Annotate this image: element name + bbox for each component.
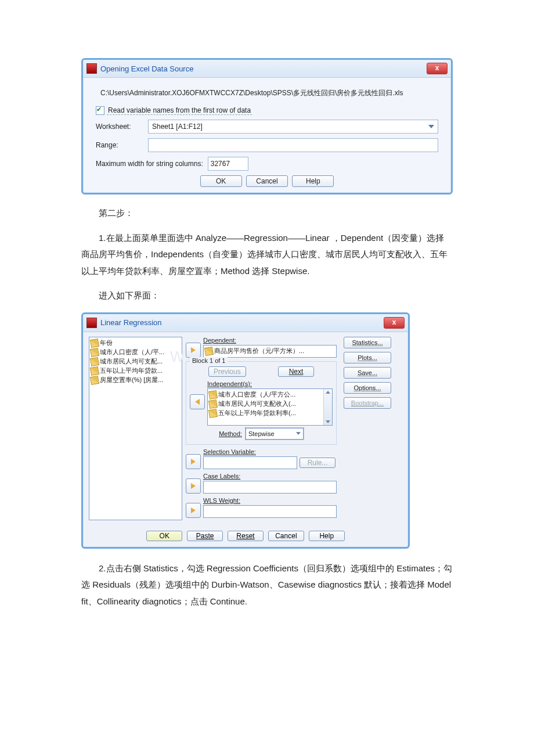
range-label: Range: [96, 141, 148, 149]
move-to-dependent-button[interactable] [186, 343, 201, 358]
move-to-selection-button[interactable] [186, 454, 201, 469]
method-label: Method: [219, 430, 242, 437]
file-path: C:\Users\Administrator.XOJ6OFMXTWCCX7Z\D… [100, 88, 438, 98]
arrow-left-icon [195, 399, 200, 405]
arrow-right-icon [191, 459, 196, 465]
var-item: 城市居民人均可支配... [91, 357, 181, 366]
ok-button[interactable]: OK [200, 175, 242, 187]
read-varnames-checkbox[interactable] [96, 106, 104, 115]
scale-icon [90, 375, 99, 384]
cancel-button[interactable]: Cancel [268, 531, 304, 541]
close-icon[interactable]: x [427, 63, 448, 74]
worksheet-value: Sheet1 [A1:F12] [152, 123, 203, 131]
scroll-down-icon [326, 420, 330, 423]
maxwidth-label: Maximum width for string columns: [96, 160, 203, 168]
scale-icon [90, 338, 99, 347]
dialog2-titlebar: Linear Regression x [83, 314, 408, 332]
wls-weight-field[interactable] [203, 505, 337, 518]
scale-icon [208, 399, 218, 408]
arrow-right-icon [191, 483, 196, 489]
chevron-down-icon [428, 125, 434, 128]
case-labels-field[interactable] [203, 481, 337, 494]
linear-regression-dialog: Linear Regression x www 年份 城市人口密度（人/平...… [81, 312, 410, 549]
selection-variable-field[interactable] [203, 456, 297, 469]
worksheet-label: Worksheet: [96, 123, 148, 131]
worksheet-dropdown[interactable]: Sheet1 [A1:F12] [148, 120, 438, 134]
plots-button[interactable]: Plots... [344, 352, 391, 363]
move-to-independents-button[interactable] [190, 394, 205, 409]
selection-variable-label: Selection Variable: [203, 448, 337, 455]
opening-excel-dialog: Opening Excel Data Source x C:\Users\Adm… [81, 58, 453, 195]
next-button[interactable]: Next [278, 366, 314, 377]
reset-button[interactable]: Reset [228, 531, 264, 541]
var-item: 年份 [91, 339, 181, 348]
paste-button[interactable]: Paste [187, 531, 223, 541]
wls-weight-label: WLS Weight: [203, 497, 337, 504]
arrow-right-icon [191, 507, 196, 513]
method-value: Stepwise [248, 430, 275, 437]
maxwidth-input[interactable]: 32767 [208, 157, 248, 171]
spss-app-icon [86, 318, 97, 328]
bootstrap-button[interactable]: Bootstrap... [344, 397, 391, 409]
scale-icon [208, 408, 218, 417]
ok-button[interactable]: OK [146, 531, 182, 541]
spss-app-icon [86, 63, 97, 74]
dependent-label: Dependent: [203, 337, 337, 344]
move-to-wls-button[interactable] [186, 503, 201, 518]
options-button[interactable]: Options... [344, 382, 391, 394]
read-varnames-label: Read variable names from the first row o… [107, 106, 252, 115]
previous-button[interactable]: Previous [208, 366, 246, 377]
arrow-right-icon [191, 347, 196, 353]
scale-icon [90, 347, 99, 357]
scale-icon [90, 357, 99, 366]
scale-icon [90, 366, 99, 375]
scrollbar[interactable] [323, 389, 332, 425]
dialog1-titlebar: Opening Excel Data Source x [83, 60, 451, 78]
paragraph-3: 2.点击右侧 Statistics，勾选 Regression Coeffici… [81, 560, 453, 610]
method-dropdown[interactable]: Stepwise [246, 428, 304, 440]
independents-listbox[interactable]: 城市人口密度（人/平方公... 城市居民人均可支配收入(... 五年以上平均年贷… [207, 388, 333, 426]
rule-button[interactable]: Rule... [300, 458, 335, 468]
paragraph-2: 进入如下界面： [81, 287, 453, 304]
dialog2-title: Linear Regression [100, 318, 162, 327]
dependent-field[interactable]: 商品房平均售价（元/平方米）... [203, 345, 337, 358]
block-groupbox: Block 1 of 1 Previous Next Independent(s… [186, 361, 337, 445]
help-button[interactable]: Help [292, 175, 334, 187]
variables-listbox[interactable]: 年份 城市人口密度（人/平... 城市居民人均可支配... 五年以上平均年贷款.… [89, 337, 182, 520]
chevron-down-icon [296, 432, 301, 435]
range-input[interactable] [148, 138, 438, 152]
var-item: 房屋空置率(%) [房屋... [91, 376, 181, 385]
block-title: Block 1 of 1 [190, 357, 228, 364]
scale-icon [208, 390, 218, 399]
help-button[interactable]: Help [309, 531, 345, 541]
move-to-caselabels-button[interactable] [186, 478, 201, 494]
dependent-value: 商品房平均售价（元/平方米）... [214, 347, 304, 355]
dialog1-title: Opening Excel Data Source [100, 64, 193, 73]
step-heading: 第二步： [81, 205, 453, 222]
paragraph-1: 1.在最上面菜单里面选中 Analyze——Regression——Linear… [81, 230, 453, 280]
scale-icon [204, 346, 214, 355]
independents-label: Independent(s): [207, 380, 333, 387]
var-item: 五年以上平均年贷款... [91, 366, 181, 376]
var-item: 城市人口密度（人/平... [91, 348, 181, 357]
statistics-button[interactable]: Statistics... [344, 337, 391, 348]
scroll-up-icon [326, 391, 330, 394]
case-labels-label: Case Labels: [203, 473, 337, 480]
save-button[interactable]: Save... [344, 367, 391, 379]
cancel-button[interactable]: Cancel [246, 175, 288, 187]
close-icon[interactable]: x [384, 317, 405, 329]
